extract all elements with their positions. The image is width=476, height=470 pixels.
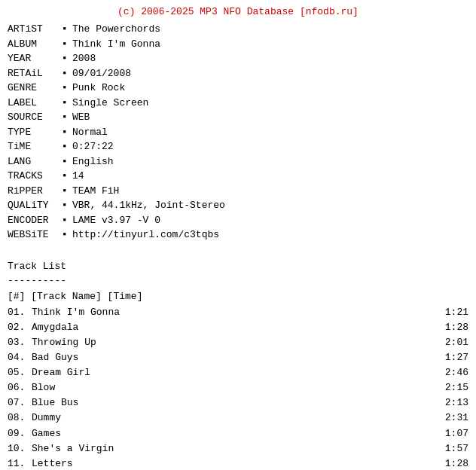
metadata-row: TYPE ▪ Normal xyxy=(8,125,468,140)
track-name: Bad Guys xyxy=(32,350,431,365)
track-time: 2:01 xyxy=(431,335,468,350)
track-time: 1:27 xyxy=(431,350,468,365)
track-number: 04. xyxy=(8,350,32,365)
track-number: 11. xyxy=(8,456,32,470)
track-time: 2:15 xyxy=(431,380,468,395)
meta-sep: ▪ xyxy=(62,169,72,184)
track-time: 1:28 xyxy=(431,456,468,470)
track-time: 2:31 xyxy=(431,410,468,426)
track-name: Games xyxy=(32,426,431,441)
metadata-row: RETAiL ▪ 09/01/2008 xyxy=(8,66,468,81)
meta-val: Single Screen xyxy=(72,96,468,111)
meta-sep: ▪ xyxy=(62,184,72,199)
track-time: 1:57 xyxy=(431,441,468,456)
metadata-row: LABEL ▪ Single Screen xyxy=(8,96,468,111)
meta-sep: ▪ xyxy=(62,66,72,81)
meta-val: 14 xyxy=(72,169,468,184)
meta-key: GENRE xyxy=(8,81,62,96)
metadata-row: RiPPER ▪ TEAM FiH xyxy=(8,184,468,199)
track-name: Amygdala xyxy=(32,320,431,335)
track-number: 10. xyxy=(8,441,32,456)
meta-key: ENCODER xyxy=(8,213,62,228)
meta-val: The Powerchords xyxy=(72,22,468,37)
meta-val: TEAM FiH xyxy=(72,184,468,199)
meta-val: 0:27:22 xyxy=(72,139,468,154)
meta-val: VBR, 44.1kHz, Joint-Stereo xyxy=(72,198,468,213)
meta-val: LAME v3.97 -V 0 xyxy=(72,213,468,228)
metadata-row: SOURCE ▪ WEB xyxy=(8,110,468,125)
meta-sep: ▪ xyxy=(62,213,72,228)
track-name: Think I'm Gonna xyxy=(32,305,431,320)
meta-sep: ▪ xyxy=(62,125,72,140)
track-name: Blue Bus xyxy=(32,395,431,410)
metadata-row: TiME ▪ 0:27:22 xyxy=(8,139,468,154)
meta-sep: ▪ xyxy=(62,198,72,213)
table-row: 06.Blow2:15 xyxy=(8,380,468,395)
meta-key: WEBSiTE xyxy=(8,227,62,243)
table-row: 07.Blue Bus2:13 xyxy=(8,395,468,410)
header-title: (c) 2006-2025 MP3 NFO Database [nfodb.ru… xyxy=(8,6,468,17)
meta-key: SOURCE xyxy=(8,110,62,125)
track-time: 1:21 xyxy=(431,305,468,320)
meta-sep: ▪ xyxy=(62,22,72,37)
meta-val: http://tinyurl.com/c3tqbs xyxy=(72,227,468,243)
track-time: 2:13 xyxy=(431,395,468,410)
meta-sep: ▪ xyxy=(62,227,72,243)
metadata-row: ALBUM ▪ Think I'm Gonna xyxy=(8,37,468,52)
metadata-row: ARTiST ▪ The Powerchords xyxy=(8,22,468,37)
track-number: 06. xyxy=(8,380,32,395)
metadata-row: TRACKS ▪ 14 xyxy=(8,169,468,184)
meta-val: Punk Rock xyxy=(72,81,468,96)
meta-sep: ▪ xyxy=(62,37,72,52)
track-number: 03. xyxy=(8,335,32,350)
table-row: 02.Amygdala1:28 xyxy=(8,320,468,335)
meta-sep: ▪ xyxy=(62,139,72,154)
metadata-row: WEBSiTE ▪ http://tinyurl.com/c3tqbs xyxy=(8,227,468,243)
metadata-row: GENRE ▪ Punk Rock xyxy=(8,81,468,96)
meta-key: LANG xyxy=(8,154,62,169)
metadata-row: LANG ▪ English xyxy=(8,154,468,169)
meta-key: TRACKS xyxy=(8,169,62,184)
table-row: 05.Dream Girl2:46 xyxy=(8,365,468,380)
table-row: 11.Letters1:28 xyxy=(8,456,468,470)
track-number: 05. xyxy=(8,365,32,380)
table-row: 04.Bad Guys1:27 xyxy=(8,350,468,365)
meta-key: ARTiST xyxy=(8,22,62,37)
table-row: 03.Throwing Up2:01 xyxy=(8,335,468,350)
track-name: Throwing Up xyxy=(32,335,431,350)
track-number: 02. xyxy=(8,320,32,335)
track-name: She's a Virgin xyxy=(32,441,431,456)
track-name: Dummy xyxy=(32,410,431,426)
meta-key: QUALiTY xyxy=(8,198,62,213)
metadata-row: ENCODER ▪ LAME v3.97 -V 0 xyxy=(8,213,468,228)
track-name: Blow xyxy=(32,380,431,395)
meta-val: Think I'm Gonna xyxy=(72,37,468,52)
meta-sep: ▪ xyxy=(62,81,72,96)
tracklist-section-title: Track List xyxy=(8,261,468,272)
meta-key: TYPE xyxy=(8,125,62,140)
meta-val: 2008 xyxy=(72,51,468,66)
table-row: 10.She's a Virgin1:57 xyxy=(8,441,468,456)
table-row: 01.Think I'm Gonna1:21 xyxy=(8,305,468,320)
meta-val: WEB xyxy=(72,110,468,125)
metadata-row: YEAR ▪ 2008 xyxy=(8,51,468,66)
meta-sep: ▪ xyxy=(62,96,72,111)
track-time: 1:28 xyxy=(431,320,468,335)
meta-key: TiME xyxy=(8,139,62,154)
tracklist-column-header: [#] [Track Name] [Time] xyxy=(8,291,468,302)
meta-val: Normal xyxy=(72,125,468,140)
table-row: 09.Games1:07 xyxy=(8,426,468,441)
track-number: 08. xyxy=(8,410,32,426)
track-number: 01. xyxy=(8,305,32,320)
meta-val: English xyxy=(72,154,468,169)
track-number: 09. xyxy=(8,426,32,441)
metadata-row: QUALiTY ▪ VBR, 44.1kHz, Joint-Stereo xyxy=(8,198,468,213)
meta-key: LABEL xyxy=(8,96,62,111)
meta-key: ALBUM xyxy=(8,37,62,52)
meta-key: YEAR xyxy=(8,51,62,66)
meta-sep: ▪ xyxy=(62,110,72,125)
metadata-section: ARTiST ▪ The PowerchordsALBUM ▪ Think I'… xyxy=(8,22,468,250)
track-list: 01.Think I'm Gonna1:2102.Amygdala1:2803.… xyxy=(8,305,468,471)
table-row: 08.Dummy2:31 xyxy=(8,410,468,426)
tracklist-divider: ---------- xyxy=(8,275,468,286)
